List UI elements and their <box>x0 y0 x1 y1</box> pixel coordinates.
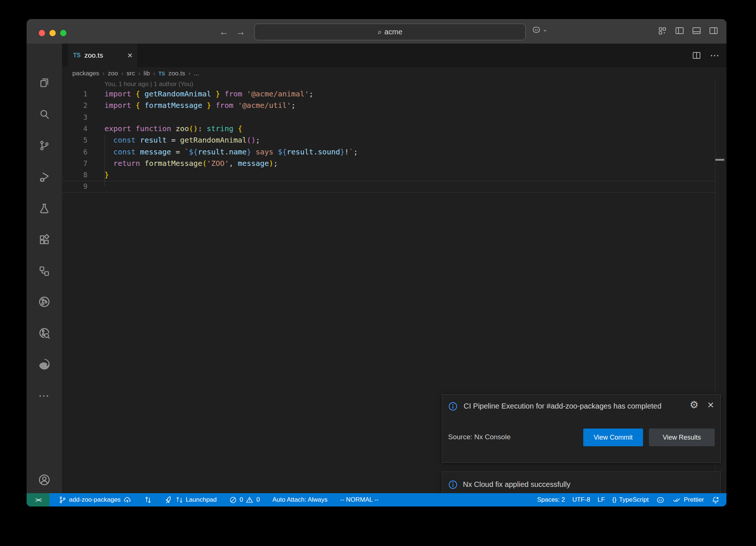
notification-settings-icon[interactable]: ⚙ <box>690 399 698 411</box>
sidebar-item-extensions[interactable] <box>27 231 62 249</box>
code-line[interactable]: import { formatMessage } from '@acme/uti… <box>104 100 726 111</box>
search-value: acme <box>384 28 402 36</box>
sidebar-item-run-debug[interactable] <box>27 168 62 186</box>
edge-browser-icon <box>38 358 51 371</box>
problems-status-item[interactable]: 0 0 <box>226 493 264 506</box>
copilot-icon <box>656 495 665 504</box>
language-status-item[interactable]: {} TypeScript <box>609 493 653 506</box>
line-number[interactable]: 2 <box>62 100 87 111</box>
sidebar-item-search[interactable] <box>27 105 62 123</box>
code-line[interactable]: const message = `${result.name} says ${r… <box>104 146 726 158</box>
code-line[interactable]: export function zoo(): string { <box>104 123 726 134</box>
line-number[interactable]: 6 <box>62 146 87 158</box>
source-control-icon <box>38 139 51 152</box>
breadcrumb-separator: › <box>153 70 155 77</box>
search-icon <box>38 108 51 120</box>
tab-close-icon[interactable]: × <box>127 51 133 60</box>
split-editor-icon[interactable] <box>691 50 702 61</box>
code-line[interactable]: import { getRandomAnimal } from '@acme/a… <box>104 88 726 100</box>
auto-attach-status-item[interactable]: Auto Attach: Always <box>269 493 331 506</box>
remote-indicator[interactable]: >< <box>27 493 49 506</box>
line-number[interactable]: 3 <box>62 112 87 123</box>
sidebar-item-testing[interactable] <box>27 199 62 218</box>
branch-status-item[interactable]: add-zoo-packages <box>55 493 135 506</box>
vim-mode-status-item[interactable]: -- NORMAL -- <box>336 493 382 506</box>
encoding-status-item[interactable]: UTF-8 <box>569 493 594 506</box>
view-results-button[interactable]: View Results <box>649 429 715 446</box>
info-icon <box>448 402 458 411</box>
branch-name: add-zoo-packages <box>69 496 121 504</box>
toggle-primary-sidebar-icon[interactable] <box>674 25 685 36</box>
notifications-bell[interactable] <box>708 493 724 506</box>
macos-minimize-button[interactable] <box>49 30 56 36</box>
notification-close-icon[interactable]: × <box>707 399 714 410</box>
indent-guide <box>104 135 105 187</box>
breadcrumb-item[interactable]: zoo <box>108 70 118 77</box>
accounts-button[interactable] <box>27 471 62 489</box>
remote-icon: >< <box>35 496 41 504</box>
indentation-status-item[interactable]: Spaces: 2 <box>533 493 569 506</box>
toggle-secondary-sidebar-icon[interactable] <box>708 25 719 36</box>
macos-close-button[interactable] <box>39 30 45 36</box>
beaker-icon <box>38 202 51 215</box>
copilot-menu[interactable]: ⌄ <box>532 25 547 34</box>
command-center-search[interactable]: ⌕ acme <box>254 24 526 40</box>
account-icon <box>38 473 51 487</box>
code-line[interactable]: } <box>104 169 726 181</box>
code-line[interactable]: return formatMessage('ZOO', message); <box>104 158 726 169</box>
breadcrumb-item[interactable]: packages <box>72 70 99 77</box>
toggle-panel-icon[interactable] <box>691 25 702 36</box>
editor-more-actions-icon[interactable]: ⋯ <box>710 50 720 61</box>
line-number[interactable]: 5 <box>62 134 87 146</box>
encoding-label: UTF-8 <box>573 496 590 504</box>
view-commit-button[interactable]: View Commit <box>583 429 643 446</box>
macos-zoom-button[interactable] <box>60 30 66 36</box>
bell-dot-icon <box>711 496 720 504</box>
copilot-status-item[interactable] <box>652 493 669 506</box>
commit-graph-status-item[interactable] <box>140 493 156 506</box>
breadcrumb-item[interactable]: src <box>127 70 135 77</box>
breadcrumb: packages › zoo › src › lib › TS zoo.ts ›… <box>62 67 726 79</box>
prettier-status-item[interactable]: Prettier <box>669 493 708 506</box>
tab-zoo-ts[interactable]: TS zoo.ts × <box>68 44 138 67</box>
eol-status-item[interactable]: LF <box>594 493 609 506</box>
vscode-window: ← → ⌕ acme ⌄ <box>27 19 726 506</box>
sidebar-item-additional-views[interactable]: ⋯ <box>27 386 62 405</box>
breadcrumb-item-file[interactable]: zoo.ts <box>168 70 185 77</box>
braces-icon: {} <box>612 496 616 504</box>
branch-compare-icon <box>176 496 183 504</box>
notification-message: Nx Cloud fix applied successfully <box>463 480 570 489</box>
notification-source: Source: Nx Console <box>448 433 511 441</box>
sidebar-item-nx-console[interactable] <box>27 262 62 280</box>
forward-button[interactable]: → <box>234 26 247 38</box>
sidebar-item-gitlens[interactable] <box>27 293 62 311</box>
cloud-upload-icon <box>123 496 131 504</box>
gitlens-inspect-icon <box>38 327 51 340</box>
sidebar-item-edge-tools[interactable] <box>27 355 62 373</box>
tab-strip: TS zoo.ts × ⋯ <box>62 44 726 67</box>
back-button[interactable]: ← <box>218 26 230 38</box>
gitlens-blame-annotation: You, 1 hour ago | 1 author (You) <box>104 81 193 88</box>
sidebar-item-explorer[interactable] <box>27 73 62 92</box>
breadcrumb-separator: › <box>188 70 190 77</box>
status-bar: >< add-zoo-packages <box>27 493 726 506</box>
code-line[interactable] <box>104 112 726 123</box>
typescript-file-icon: TS <box>158 71 165 76</box>
sidebar-item-gitlens-inspect[interactable] <box>27 324 62 342</box>
tab-label: zoo.ts <box>84 51 103 59</box>
customize-layout-icon[interactable] <box>657 25 668 36</box>
line-number[interactable]: 7 <box>62 158 87 169</box>
line-number[interactable]: 8 <box>62 169 87 181</box>
code-line[interactable]: const result = getRandomAnimal(); <box>104 134 726 146</box>
line-number[interactable]: 1 <box>62 88 87 100</box>
breadcrumb-item-symbol[interactable]: ... <box>194 70 199 77</box>
breadcrumb-item[interactable]: lib <box>144 70 150 77</box>
breadcrumb-separator: › <box>121 70 123 77</box>
warning-count: 0 <box>256 496 260 504</box>
git-branch-icon <box>58 496 66 504</box>
launchpad-status-item[interactable]: Launchpad <box>161 493 220 506</box>
line-number[interactable]: 4 <box>62 123 87 134</box>
sidebar-item-source-control[interactable] <box>27 136 62 155</box>
files-icon <box>38 76 51 89</box>
connected-boxes-icon <box>38 265 51 277</box>
